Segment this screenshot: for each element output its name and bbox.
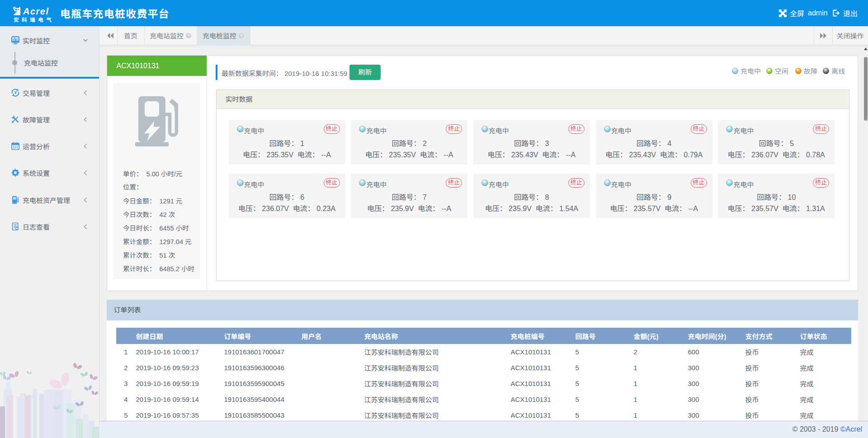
svg-text:¥: ¥ <box>14 90 17 95</box>
